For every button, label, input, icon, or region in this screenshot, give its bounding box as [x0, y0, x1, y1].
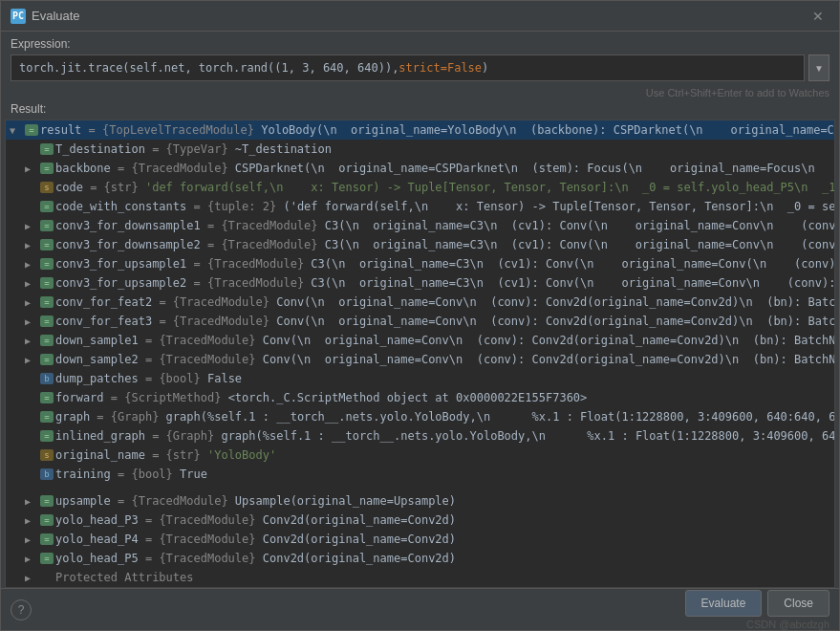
content-wrapper: = result = {TopLevelTracedModule} YoloBo… [1, 120, 839, 588]
tree-row [6, 484, 834, 491]
tree-row[interactable]: = yolo_head_P3 = {TracedModule} Conv2d(o… [6, 511, 834, 530]
tree-row[interactable]: = down_sample1 = {TracedModule} Conv(\n … [6, 331, 834, 350]
bottom-bar: ? Evaluate Close CSDN @abcdzgh [1, 588, 839, 630]
tree-row[interactable]: = down_sample2 = {TracedModule} Conv(\n … [6, 350, 834, 369]
var-icon: = [25, 124, 38, 136]
var-icon: s [40, 182, 54, 193]
tree-row[interactable]: b training = {bool} True [6, 465, 834, 484]
var-icon: = [40, 220, 54, 231]
protected-attributes-row[interactable]: Protected Attributes [6, 568, 834, 587]
tree-row[interactable]: = T_destination = {TypeVar} ~T_destinati… [6, 140, 834, 159]
var-icon: = [40, 335, 54, 346]
var-icon: b [40, 468, 54, 480]
tree-row[interactable]: s original_name = {str} 'YoloBody' [6, 446, 834, 465]
var-icon: = [40, 296, 54, 308]
var-icon: = [40, 258, 54, 270]
evaluate-button[interactable]: Evaluate [685, 590, 763, 617]
tree-row[interactable]: = yolo_head_P4 = {TracedModule} Conv2d(o… [6, 530, 834, 549]
var-icon: = [40, 553, 54, 564]
toggle-icon[interactable] [25, 278, 40, 289]
tree-row[interactable]: = forward = {ScriptMethod} <torch._C.Scr… [6, 388, 834, 407]
var-icon: = [40, 201, 54, 212]
close-button[interactable]: Close [767, 590, 829, 617]
var-icon: = [40, 392, 54, 403]
var-icon: = [40, 354, 54, 365]
var-icon: = [40, 533, 54, 545]
tree-row[interactable]: = conv_for_feat3 = {TracedModule} Conv(\… [6, 312, 834, 331]
expr-part2: ) [482, 61, 488, 75]
tree-row[interactable]: = inlined_graph = {Graph} graph(%self.1 … [6, 426, 834, 446]
var-icon: = [40, 277, 54, 289]
tree-row[interactable]: s code = {str} 'def forward(self,\n x: T… [6, 178, 834, 197]
toggle-icon[interactable] [25, 496, 40, 507]
tree-container[interactable]: = result = {TopLevelTracedModule} YoloBo… [5, 120, 835, 588]
var-icon: = [40, 316, 54, 327]
tree-row[interactable]: = conv3_for_downsample2 = {TracedModule}… [6, 235, 834, 254]
tree-row[interactable]: = graph = {Graph} graph(%self.1 : __torc… [6, 407, 834, 426]
action-buttons: Evaluate Close [685, 590, 829, 617]
var-icon: = [40, 143, 54, 155]
toggle-icon[interactable] [25, 221, 40, 231]
var-icon: s [40, 449, 54, 461]
expression-section: Expression: torch.jit.trace(self.net, to… [1, 32, 839, 85]
window-close-button[interactable]: ✕ [807, 7, 829, 26]
expression-label: Expression: [11, 37, 829, 51]
var-icon: = [40, 163, 54, 174]
toggle-icon[interactable] [25, 336, 40, 346]
evaluate-window: PC Evaluate ✕ Expression: torch.jit.trac… [0, 0, 840, 631]
tree-row[interactable]: = conv3_for_downsample1 = {TracedModule}… [6, 216, 834, 235]
toggle-icon[interactable] [25, 163, 40, 174]
title-bar: PC Evaluate ✕ [1, 1, 839, 32]
expr-part1: torch.jit.trace(self.net, torch.rand((1,… [19, 61, 398, 75]
tree-row[interactable]: b dump_patches = {bool} False [6, 369, 834, 388]
window-title: Evaluate [32, 9, 80, 23]
toggle-icon[interactable] [25, 316, 40, 327]
toggle-icon[interactable] [10, 125, 25, 136]
var-icon: b [40, 373, 54, 384]
tree-row[interactable]: = yolo_head_P5 = {TracedModule} Conv2d(o… [6, 549, 834, 568]
toggle-icon[interactable] [25, 534, 40, 545]
tree-row[interactable]: = code_with_constants = {tuple: 2} ('def… [6, 197, 834, 216]
app-icon: PC [11, 9, 26, 24]
var-icon: = [40, 411, 54, 423]
expression-expand-button[interactable]: ▼ [808, 54, 829, 81]
toggle-icon[interactable] [25, 259, 40, 270]
toggle-icon[interactable] [25, 355, 40, 365]
tree-row[interactable]: = conv_for_feat2 = {TracedModule} Conv(\… [6, 293, 834, 312]
watches-hint: Use Ctrl+Shift+Enter to add to Watches [1, 85, 839, 100]
toggle-icon[interactable] [25, 297, 40, 308]
expr-keyword: strict=False [398, 61, 482, 75]
result-label: Result: [11, 102, 46, 116]
var-icon: = [40, 495, 54, 507]
tree-row[interactable]: = conv3_for_upsample2 = {TracedModule} C… [6, 273, 834, 293]
tree-row[interactable]: = backbone = {TracedModule} CSPDarknet(\… [6, 159, 834, 178]
toggle-icon[interactable] [25, 240, 40, 250]
toggle-icon[interactable] [25, 573, 40, 583]
title-bar-left: PC Evaluate [11, 9, 80, 24]
var-icon: = [40, 239, 54, 250]
expression-display[interactable]: torch.jit.trace(self.net, torch.rand((1,… [11, 54, 805, 81]
expression-row: torch.jit.trace(self.net, torch.rand((1,… [11, 54, 829, 81]
var-icon: = [40, 430, 54, 442]
toggle-icon[interactable] [25, 515, 40, 526]
tree-row[interactable]: = conv3_for_upsample1 = {TracedModule} C… [6, 254, 834, 273]
tree-row[interactable]: = result = {TopLevelTracedModule} YoloBo… [6, 120, 834, 140]
tree-row[interactable]: = upsample = {TracedModule} Upsample(ori… [6, 491, 834, 511]
help-button[interactable]: ? [11, 599, 32, 620]
result-section: Result: [1, 100, 839, 120]
toggle-icon[interactable] [25, 554, 40, 564]
watermark: CSDN @abcdzgh [746, 619, 829, 630]
var-icon: = [40, 514, 54, 526]
